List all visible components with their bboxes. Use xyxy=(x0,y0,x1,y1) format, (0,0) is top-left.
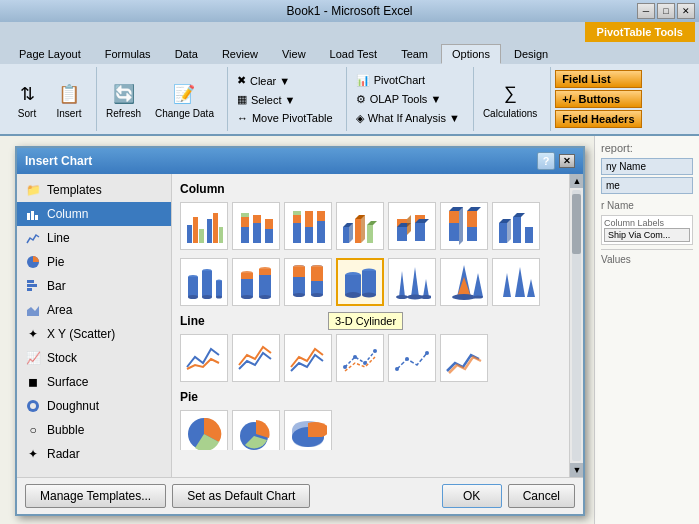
buttons-button[interactable]: +/- Buttons xyxy=(555,90,641,108)
clear-button[interactable]: ✖ Clear ▼ xyxy=(232,72,338,89)
scroll-up-button[interactable]: ▲ xyxy=(570,174,583,188)
calculations-icon: ∑ xyxy=(496,80,524,108)
chart-pie-3d[interactable] xyxy=(284,410,332,450)
svg-marker-106 xyxy=(527,279,535,297)
chart-line[interactable] xyxy=(180,334,228,382)
ok-button[interactable]: OK xyxy=(442,484,502,508)
category-stock[interactable]: 📈 Stock xyxy=(17,346,171,370)
dialog-scrollbar[interactable]: ▲ ▼ xyxy=(569,174,583,477)
chart-line-stacked[interactable] xyxy=(232,334,280,382)
category-surface[interactable]: ◼ Surface xyxy=(17,370,171,394)
svg-rect-36 xyxy=(367,225,373,243)
move-pivot-button[interactable]: ↔ Move PivotTable xyxy=(232,110,338,126)
chart-pie[interactable] xyxy=(180,410,228,450)
change-data-button[interactable]: 📝 Change Data xyxy=(150,77,219,122)
svg-rect-38 xyxy=(397,227,407,241)
svg-point-81 xyxy=(293,293,305,297)
chart-3d-clustered[interactable] xyxy=(336,202,384,250)
category-doughnut[interactable]: Doughnut xyxy=(17,394,171,418)
set-default-chart-button[interactable]: Set as Default Chart xyxy=(172,484,310,508)
category-column[interactable]: Column xyxy=(17,202,171,226)
category-xy-scatter[interactable]: ✦ X Y (Scatter) xyxy=(17,322,171,346)
tab-page-layout[interactable]: Page Layout xyxy=(8,44,92,64)
tab-team[interactable]: Team xyxy=(390,44,439,64)
manage-templates-button[interactable]: Manage Templates... xyxy=(25,484,166,508)
olap-tools-button[interactable]: ⚙ OLAP Tools ▼ xyxy=(351,91,465,108)
column-icon xyxy=(25,206,41,222)
sort-button[interactable]: ⇅ Sort xyxy=(8,77,46,122)
column-charts-row2: 3-D Cylinder xyxy=(180,258,561,306)
svg-marker-105 xyxy=(515,267,525,297)
refresh-button[interactable]: 🔄 Refresh xyxy=(101,77,146,122)
svg-marker-102 xyxy=(473,273,483,297)
what-if-button[interactable]: ◈ What If Analysis ▼ xyxy=(351,110,465,127)
column-labels-box: Column Labels Ship Via Com... xyxy=(601,215,693,245)
category-radar[interactable]: ✦ Radar xyxy=(17,442,171,466)
tab-design[interactable]: Design xyxy=(503,44,559,64)
chart-cylinder-stacked[interactable] xyxy=(232,258,280,306)
close-button[interactable]: ✕ xyxy=(677,3,695,19)
calculations-button[interactable]: ∑ Calculations xyxy=(478,77,542,122)
insert-chart-dialog: Insert Chart ? ✕ 📁 Templates xyxy=(15,146,585,516)
maximize-button[interactable]: □ xyxy=(657,3,675,19)
chart-cylinder-100-stacked[interactable] xyxy=(284,258,332,306)
svg-point-76 xyxy=(259,295,271,299)
category-area[interactable]: Area xyxy=(17,298,171,322)
chart-3d-column[interactable] xyxy=(492,202,540,250)
chart-pie-exploded[interactable] xyxy=(232,410,280,450)
category-line[interactable]: Line xyxy=(17,226,171,250)
chart-3d-cylinder[interactable]: 3-D Cylinder xyxy=(336,258,384,306)
tab-formulas[interactable]: Formulas xyxy=(94,44,162,64)
svg-point-111 xyxy=(395,367,399,371)
change-data-icon: 📝 xyxy=(170,80,198,108)
insert-button[interactable]: 📋 Insert xyxy=(50,77,88,122)
change-data-label: Change Data xyxy=(155,108,214,119)
svg-rect-13 xyxy=(207,219,212,243)
scroll-down-button[interactable]: ▼ xyxy=(570,463,583,477)
dialog-help-button[interactable]: ? xyxy=(537,152,555,170)
chart-pyramid-clustered[interactable] xyxy=(492,258,540,306)
svg-rect-25 xyxy=(293,211,301,215)
scroll-thumb[interactable] xyxy=(572,194,581,254)
chart-3d-100-stacked[interactable] xyxy=(440,202,488,250)
svg-marker-93 xyxy=(399,271,405,297)
app-title: Book1 - Microsoft Excel xyxy=(286,4,412,18)
field-list-button[interactable]: Field List xyxy=(555,70,641,88)
svg-marker-41 xyxy=(407,215,411,235)
dialog-close-button[interactable]: ✕ xyxy=(559,154,575,168)
select-button[interactable]: ▦ Select ▼ xyxy=(232,91,338,108)
line-charts-row1 xyxy=(180,334,561,382)
svg-marker-97 xyxy=(423,279,429,297)
category-bubble[interactable]: ○ Bubble xyxy=(17,418,171,442)
svg-rect-57 xyxy=(525,227,533,243)
tab-view[interactable]: View xyxy=(271,44,317,64)
chart-cone-clustered[interactable] xyxy=(388,258,436,306)
tab-options[interactable]: Options xyxy=(441,44,501,64)
chart-cylinder-clustered[interactable] xyxy=(180,258,228,306)
chart-3d-line[interactable] xyxy=(440,334,488,382)
svg-point-92 xyxy=(362,293,376,298)
report-label: report: xyxy=(601,142,633,154)
tab-load-test[interactable]: Load Test xyxy=(319,44,389,64)
chart-100-stacked-column[interactable] xyxy=(284,202,332,250)
chart-3d-stacked[interactable] xyxy=(388,202,436,250)
chart-line-markers[interactable] xyxy=(336,334,384,382)
chart-cone-stacked[interactable] xyxy=(440,258,488,306)
cancel-button[interactable]: Cancel xyxy=(508,484,575,508)
field-headers-button[interactable]: Field Headers xyxy=(555,110,641,128)
tab-data[interactable]: Data xyxy=(164,44,209,64)
chart-stacked-column[interactable] xyxy=(232,202,280,250)
category-bar[interactable]: Bar xyxy=(17,274,171,298)
dialog-title: Insert Chart xyxy=(25,154,92,168)
pivot-chart-button[interactable]: 📊 PivotChart xyxy=(351,72,465,89)
category-pie[interactable]: Pie xyxy=(17,250,171,274)
chart-line-stacked-markers[interactable] xyxy=(388,334,436,382)
svg-rect-27 xyxy=(305,211,313,227)
svg-rect-21 xyxy=(265,229,273,243)
category-templates[interactable]: 📁 Templates xyxy=(17,178,171,202)
chart-line-100-stacked[interactable] xyxy=(284,334,332,382)
chart-clustered-column[interactable] xyxy=(180,202,228,250)
minimize-button[interactable]: ─ xyxy=(637,3,655,19)
title-bar-controls: ─ □ ✕ xyxy=(637,3,695,19)
tab-review[interactable]: Review xyxy=(211,44,269,64)
